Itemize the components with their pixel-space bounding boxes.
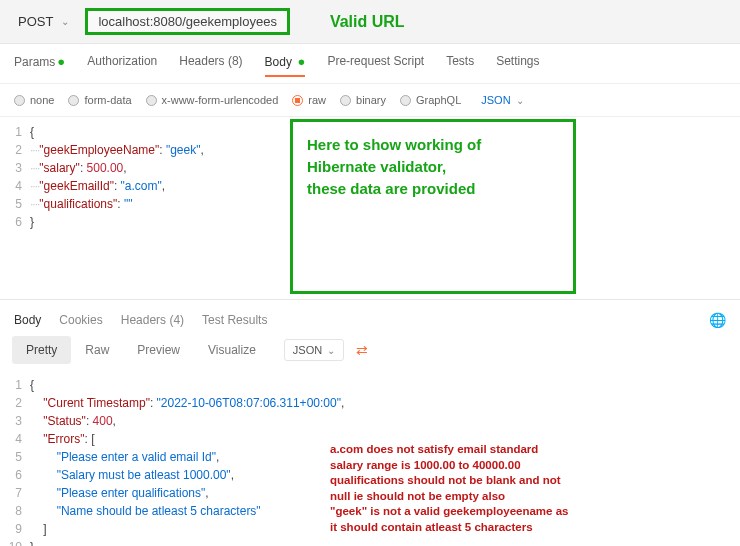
view-visualize[interactable]: Visualize <box>194 336 270 364</box>
radio-xwww[interactable]: x-www-form-urlencoded <box>146 94 279 106</box>
radio-binary[interactable]: binary <box>340 94 386 106</box>
resp-tab-body[interactable]: Body <box>14 313 41 327</box>
request-tabs: Params● Authorization Headers (8) Body ●… <box>0 44 740 84</box>
code-lines: { ····"geekEmployeeName": "geek", ····"s… <box>30 123 204 231</box>
tab-settings[interactable]: Settings <box>496 54 539 77</box>
resp-tab-cookies[interactable]: Cookies <box>59 313 102 327</box>
body-format-select[interactable]: JSON⌄ <box>481 94 523 106</box>
tab-headers[interactable]: Headers (8) <box>179 54 242 77</box>
line-gutter: 12345678910 <box>0 376 30 546</box>
request-body-editor[interactable]: 123456 { ····"geekEmployeeName": "geek",… <box>0 117 740 291</box>
wrap-icon[interactable]: ⇄ <box>356 342 368 358</box>
tab-authorization[interactable]: Authorization <box>87 54 157 77</box>
method-value: POST <box>18 14 53 29</box>
resp-tab-headers[interactable]: Headers (4) <box>121 313 184 327</box>
url-input[interactable]: localhost:8080/geekemployees <box>85 8 290 35</box>
request-bar: POST ⌄ localhost:8080/geekemployees Vali… <box>0 0 740 44</box>
view-preview[interactable]: Preview <box>123 336 194 364</box>
tab-prerequest[interactable]: Pre-request Script <box>327 54 424 77</box>
method-select[interactable]: POST ⌄ <box>10 10 77 33</box>
chevron-down-icon: ⌄ <box>327 345 335 356</box>
red-annotation: a.com does not satisfy email standard sa… <box>330 442 630 535</box>
valid-url-annotation: Valid URL <box>330 13 405 31</box>
code-lines: { "Curent Timestamp": "2022-10-06T08:07:… <box>30 376 344 546</box>
radio-formdata[interactable]: form-data <box>68 94 131 106</box>
resp-tab-tests[interactable]: Test Results <box>202 313 267 327</box>
chevron-down-icon: ⌄ <box>516 95 524 106</box>
tab-body[interactable]: Body ● <box>265 54 306 77</box>
url-value: localhost:8080/geekemployees <box>98 14 277 29</box>
response-body-editor[interactable]: 12345678910 { "Curent Timestamp": "2022-… <box>0 370 740 546</box>
tab-params[interactable]: Params● <box>14 54 65 77</box>
line-gutter: 123456 <box>0 123 30 231</box>
body-type-row: none form-data x-www-form-urlencoded raw… <box>0 84 740 117</box>
response-tabs: Body Cookies Headers (4) Test Results 🌐 <box>0 300 740 336</box>
tab-tests[interactable]: Tests <box>446 54 474 77</box>
radio-none[interactable]: none <box>14 94 54 106</box>
globe-icon[interactable]: 🌐 <box>709 312 726 328</box>
response-view-opts: Pretty Raw Preview Visualize JSON⌄ ⇄ <box>0 336 740 370</box>
view-pretty[interactable]: Pretty <box>12 336 71 364</box>
response-format-select[interactable]: JSON⌄ <box>284 339 344 361</box>
view-raw[interactable]: Raw <box>71 336 123 364</box>
radio-graphql[interactable]: GraphQL <box>400 94 461 106</box>
chevron-down-icon: ⌄ <box>61 16 69 27</box>
radio-raw[interactable]: raw <box>292 94 326 106</box>
green-annotation-box: Here to show working of Hibernate valida… <box>290 119 576 294</box>
